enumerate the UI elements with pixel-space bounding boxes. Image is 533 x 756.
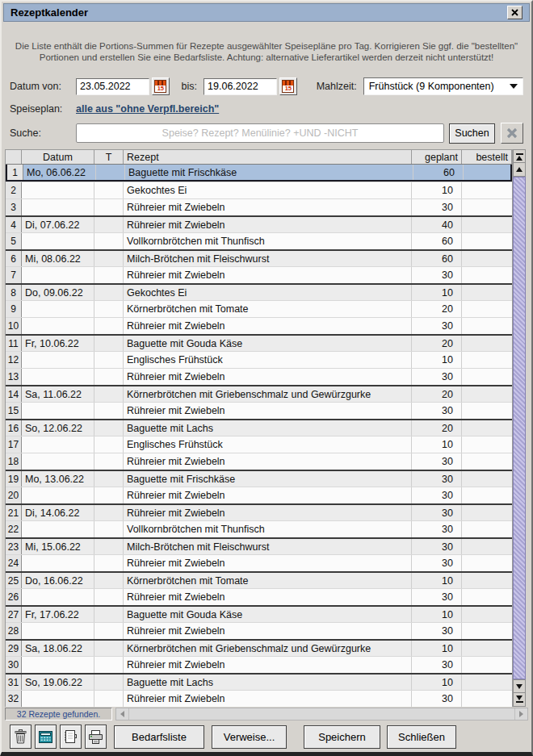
date-to-calendar-button[interactable]: 15: [279, 77, 297, 95]
cell-type: [94, 607, 124, 622]
row-number: 17: [6, 436, 22, 453]
table-row[interactable]: 25Do, 16.06.22Körnerbrötchen mit Tomate1…: [6, 571, 512, 588]
table-row[interactable]: 10Rühreier mit Zwiebeln30: [6, 317, 512, 334]
table-row[interactable]: 4Di, 07.06.22Rühreier mit Zwiebeln40: [6, 215, 512, 232]
date-from-input[interactable]: [76, 78, 149, 95]
table-row[interactable]: 20Rühreier mit Zwiebeln30: [6, 487, 512, 503]
table-row[interactable]: 13Rühreier mit Zwiebeln30: [6, 368, 512, 385]
table-row[interactable]: 24Rühreier mit Zwiebeln30: [6, 554, 512, 571]
cell-type: [94, 453, 124, 470]
cell-recipe: Körnerbrötchen mit Tomate: [124, 301, 412, 317]
col-header-datum[interactable]: Datum: [22, 150, 94, 164]
cell-recipe: Rühreier mit Zwiebeln: [124, 403, 412, 419]
cell-ordered: [462, 318, 512, 334]
table-row[interactable]: 1Mo, 06.06.22Baguette mit Frischkäse60: [6, 165, 512, 182]
clear-search-button[interactable]: [501, 123, 523, 144]
delete-button[interactable]: [10, 725, 31, 749]
scrollbar-track[interactable]: [513, 177, 526, 679]
search-input[interactable]: [76, 123, 444, 143]
cell-ordered: [462, 521, 512, 537]
cell-recipe: Rühreier mit Zwiebeln: [124, 318, 412, 334]
col-header-rezept[interactable]: Rezept: [124, 150, 412, 164]
scrollbar-thumb[interactable]: [513, 177, 526, 679]
verweise-button[interactable]: Verweise...: [212, 725, 287, 749]
table-row[interactable]: 32Rühreier mit Zwiebeln30: [6, 690, 512, 707]
scroll-to-bottom-button[interactable]: [513, 693, 526, 707]
cell-type: [94, 521, 124, 537]
recipe-table: Datum T Rezept geplant bestellt 1Mo, 06.…: [5, 149, 526, 707]
cell-type: [94, 267, 124, 283]
bedarfsliste-button[interactable]: Bedarfsliste: [114, 725, 204, 749]
col-header-bestellt[interactable]: bestellt: [462, 150, 512, 164]
cell-recipe: Rühreier mit Zwiebeln: [124, 691, 412, 707]
scroll-bottom-icon: [516, 695, 523, 700]
calendar-icon: 15: [154, 80, 166, 93]
cell-ordered: [462, 217, 512, 232]
table-row[interactable]: 30Rühreier mit Zwiebeln30: [6, 656, 512, 673]
scroll-right-button[interactable]: [514, 708, 527, 720]
date-from-calendar-button[interactable]: 15: [152, 77, 170, 95]
table-row[interactable]: 29Sa, 18.06.22Körnerbrötchen mit Grieben…: [6, 639, 512, 656]
cell-date: Sa, 18.06.22: [22, 641, 94, 656]
cell-planned: 30: [412, 657, 462, 673]
table-row[interactable]: 3Rühreier mit Zwiebeln30: [6, 198, 512, 215]
table-row[interactable]: 27Fr, 17.06.22Baguette mit Gouda Käse10: [6, 605, 512, 622]
cell-planned: 30: [412, 318, 462, 334]
print-button[interactable]: [85, 725, 107, 749]
cell-recipe: Vollkornbrötchen mit Thunfisch: [124, 521, 412, 537]
table-row[interactable]: 28Rühreier mit Zwiebeln30: [6, 622, 512, 639]
calculator-button[interactable]: [35, 725, 57, 749]
scroll-to-top-button[interactable]: [513, 149, 526, 163]
scroll-up-button[interactable]: [513, 163, 526, 177]
table-row[interactable]: 31So, 19.06.22Baguette mit Lachs10: [6, 673, 512, 690]
date-to-label: bis:: [182, 81, 197, 92]
cell-recipe: Rühreier mit Zwiebeln: [124, 589, 412, 605]
table-row[interactable]: 8Do, 09.06.22Gekochtes Ei10: [6, 283, 512, 300]
table-row[interactable]: 6Mi, 08.06.22Milch-Brötchen mit Fleischw…: [6, 249, 512, 266]
col-header-rownum[interactable]: [6, 150, 22, 164]
cell-type: [94, 675, 124, 690]
table-row[interactable]: 23Mi, 15.06.22Milch-Brötchen mit Fleisch…: [6, 537, 512, 554]
table-row[interactable]: 16So, 12.06.22Baguette mit Lachs20: [6, 419, 512, 436]
date-from-label: Datum von:: [10, 81, 76, 92]
table-row[interactable]: 17Englisches Frühstück10: [6, 436, 512, 453]
col-header-t[interactable]: T: [94, 150, 124, 164]
col-header-geplant[interactable]: geplant: [412, 150, 462, 164]
table-row[interactable]: 12Englisches Frühstück10: [6, 351, 512, 368]
row-number: 27: [6, 607, 22, 622]
close-button[interactable]: [507, 6, 523, 19]
table-row[interactable]: 14Sa, 11.06.22Körnerbrötchen mit Grieben…: [6, 385, 512, 402]
table-row[interactable]: 18Rühreier mit Zwiebeln30: [6, 453, 512, 470]
table-row[interactable]: 19Mo, 13.06.22Baguette mit Frischkäse30: [6, 470, 512, 487]
table-row[interactable]: 9Körnerbrötchen mit Tomate20: [6, 300, 512, 317]
cell-type: [94, 573, 124, 588]
scroll-down-button[interactable]: [513, 679, 526, 693]
cell-date: [22, 182, 94, 198]
horizontal-scrollbar[interactable]: [115, 708, 528, 720]
search-button[interactable]: Suchen: [449, 123, 495, 144]
schliessen-button[interactable]: Schließen: [387, 725, 456, 749]
speichern-button[interactable]: Speichern: [304, 725, 380, 749]
date-to-input[interactable]: [204, 78, 277, 95]
scroll-left-button[interactable]: [116, 708, 129, 720]
mealplan-link[interactable]: alle aus "ohne Verpfl.bereich": [76, 103, 219, 115]
cell-date: [22, 521, 94, 537]
table-row[interactable]: 22Vollkornbrötchen mit Thunfisch30: [6, 520, 512, 537]
table-row[interactable]: 2Gekochtes Ei10: [6, 182, 512, 198]
table-row[interactable]: 7Rühreier mit Zwiebeln30: [6, 266, 512, 283]
table-row[interactable]: 26Rühreier mit Zwiebeln30: [6, 588, 512, 605]
vertical-scrollbar[interactable]: [512, 149, 526, 707]
table-row[interactable]: 11Fr, 10.06.22Baguette mit Gouda Käse20: [6, 334, 512, 351]
cell-planned: 10: [412, 436, 462, 453]
recipe-calendar-window: Rezeptkalender Die Liste enthält die Por…: [0, 0, 533, 756]
table-row[interactable]: 21Di, 14.06.22Rühreier mit Zwiebeln30: [6, 503, 512, 520]
cell-type: [94, 199, 124, 215]
table-row[interactable]: 15Rühreier mit Zwiebeln30: [6, 402, 512, 419]
recipe-book-button[interactable]: [60, 725, 82, 749]
recipe-book-icon: [64, 729, 78, 744]
row-number: 32: [6, 691, 22, 707]
row-number: 31: [6, 675, 22, 690]
table-row[interactable]: 5Vollkornbrötchen mit Thunfisch60: [6, 232, 512, 249]
meal-dropdown[interactable]: Frühstück (9 Komponenten): [363, 77, 523, 95]
row-number: 29: [6, 641, 22, 656]
